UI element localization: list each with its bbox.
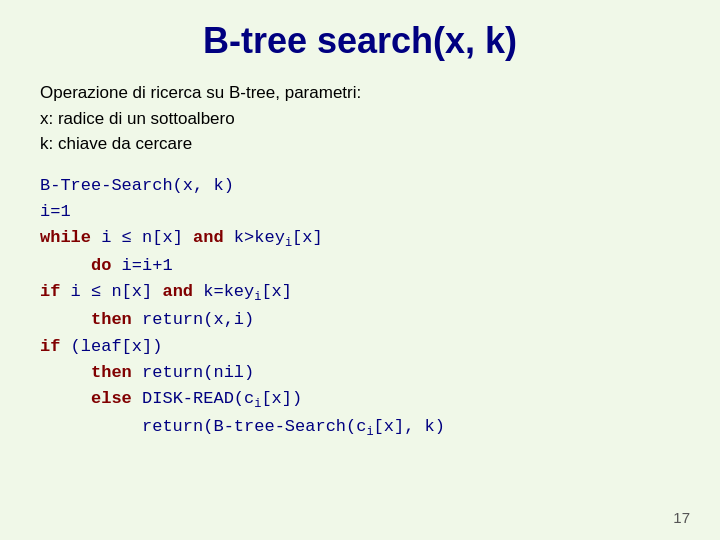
code-line-4: do i=i+1 [40,253,680,279]
code-line-1: B-Tree-Search(x, k) [40,173,680,199]
code-line-8: then return(nil) [40,360,680,386]
code-line-9: else DISK-READ(ci[x]) [40,386,680,414]
code-line-2: i=1 [40,199,680,225]
slide-title: B-tree search(x, k) [40,20,680,62]
slide-description: Operazione di ricerca su B-tree, paramet… [40,80,680,157]
desc-line2: x: radice di un sottoalbero [40,109,235,128]
code-line-10: return(B-tree-Search(ci[x], k) [40,414,680,442]
code-line-3: while i ≤ n[x] and k>keyi[x] [40,225,680,253]
slide: B-tree search(x, k) Operazione di ricerc… [0,0,720,540]
code-line-5: if i ≤ n[x] and k=keyi[x] [40,279,680,307]
desc-line1: Operazione di ricerca su B-tree, paramet… [40,83,361,102]
code-line-7: if (leaf[x]) [40,334,680,360]
desc-line3: k: chiave da cercare [40,134,192,153]
page-number: 17 [673,509,690,526]
code-line-6: then return(x,i) [40,307,680,333]
code-block: B-Tree-Search(x, k) i=1 while i ≤ n[x] a… [40,173,680,442]
